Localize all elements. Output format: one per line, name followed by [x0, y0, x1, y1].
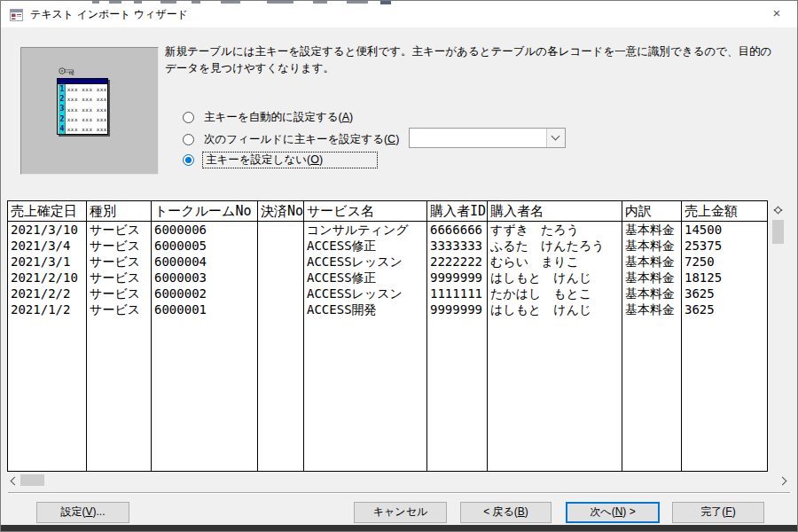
footer-separator	[8, 492, 790, 493]
table-empty-area	[8, 317, 767, 471]
background-window-artifact	[267, 1, 293, 4]
radio-row-choose-field: 次のフィールドに主キーを設定する(C)	[183, 131, 399, 148]
titlebar: テキスト インポート ウィザード ×	[1, 1, 797, 27]
background-window-artifact	[221, 1, 240, 4]
background-window-artifact	[192, 1, 200, 4]
combobox-dropdown-button[interactable]	[546, 129, 565, 147]
back-button[interactable]: < 戻る(B)	[460, 502, 552, 523]
primary-key-field-combobox[interactable]	[409, 128, 566, 148]
mini-table-row: 1 xxx xxx xxx	[58, 84, 107, 94]
table-row: 2021/1/2 サービス 6000001 ACCESS開発 9999999 は…	[8, 301, 767, 317]
wizard-window-icon	[10, 8, 24, 22]
mini-table-graphic: 1 xxx xxx xxx 2 xxx xxx xxx 3 xxx xxx xx…	[57, 78, 108, 135]
radio-no-key-label[interactable]: 主キーを設定しない(O)	[202, 152, 378, 168]
horizontal-scrollbar[interactable]	[7, 473, 792, 488]
table-row: 2021/3/10 サービス 6000006 コンサルティング 6666666 …	[8, 222, 767, 238]
chevron-down-icon	[552, 132, 560, 141]
radio-auto-key[interactable]	[183, 112, 194, 123]
mini-table-row: 2 xxx xxx xxx	[58, 114, 107, 124]
header-cell: 内訳	[622, 201, 682, 221]
table-row: 2021/3/4 サービス 6000005 ACCESS修正 3333333 ふ…	[8, 238, 767, 254]
scroll-left-icon[interactable]	[11, 477, 20, 486]
radio-no-key[interactable]	[183, 154, 194, 166]
table-row: 2021/2/10 サービス 6000003 ACCESS修正 9999999 …	[8, 270, 767, 286]
header-cell: 決済No	[258, 201, 304, 221]
text-import-wizard-dialog: テキスト インポート ウィザード × 1 xxx xxx xxx 2 xxx x…	[0, 0, 798, 532]
table-row: 2021/2/2 サービス 6000002 ACCESSレッスン 1111111…	[8, 286, 767, 301]
background-window-artifact	[347, 1, 368, 4]
window-title: テキスト インポート ウィザード	[30, 1, 188, 27]
data-preview-table: 売上確定日 種別 トークルームNo 決済No サービス名 購入者ID 購入者名 …	[7, 200, 768, 472]
radio-row-auto-key: 主キーを自動的に設定する(A)	[183, 109, 353, 126]
mini-table-row: 2 xxx xxx xxx	[58, 94, 107, 104]
header-cell: 売上確定日	[8, 201, 87, 221]
taskbar-edge-strip	[1, 525, 797, 531]
table-header-row: 売上確定日 種別 トークルームNo 決済No サービス名 購入者ID 購入者名 …	[8, 201, 767, 222]
background-window-artifact	[380, 1, 391, 4]
mini-table-row: 4 xxx xxx xxx	[58, 124, 107, 134]
radio-choose-field[interactable]	[183, 134, 194, 145]
header-cell: トークルームNo	[152, 201, 258, 221]
header-cell: 売上金額	[682, 201, 767, 221]
next-button[interactable]: 次へ(N) >	[566, 502, 660, 523]
wizard-description: 新規テーブルには主キーを設定すると便利です。主キーがあるとテーブルの各レコードを…	[165, 43, 780, 78]
mini-table-row: 3 xxx xxx xxx	[58, 104, 107, 113]
primary-key-illustration-panel: 1 xxx xxx xxx 2 xxx xxx xxx 3 xxx xxx xx…	[20, 47, 159, 175]
finish-button[interactable]: 完了(F)	[672, 502, 764, 523]
cancel-button[interactable]: キャンセル	[354, 502, 447, 523]
settings-button[interactable]: 設定(V)...	[36, 502, 129, 523]
vertical-scroll-thumb[interactable]	[772, 220, 784, 244]
horizontal-scroll-thumb[interactable]	[20, 474, 44, 486]
header-cell: 購入者名	[488, 201, 622, 221]
radio-choose-field-label[interactable]: 次のフィールドに主キーを設定する(C)	[204, 132, 399, 147]
key-icon	[59, 66, 74, 76]
header-cell: 購入者ID	[427, 201, 488, 221]
vertical-scrollbar[interactable]	[771, 202, 786, 470]
header-cell: サービス名	[304, 201, 427, 221]
radio-row-no-key: 主キーを設定しない(O)	[183, 152, 378, 168]
scroll-right-icon[interactable]	[778, 477, 787, 486]
table-row: 2021/3/1 サービス 6000004 ACCESSレッスン 2222222…	[8, 254, 767, 270]
background-window-artifact	[313, 1, 327, 4]
radio-auto-key-label[interactable]: 主キーを自動的に設定する(A)	[204, 110, 353, 125]
header-cell: 種別	[87, 201, 152, 221]
close-icon[interactable]: ×	[756, 1, 797, 27]
